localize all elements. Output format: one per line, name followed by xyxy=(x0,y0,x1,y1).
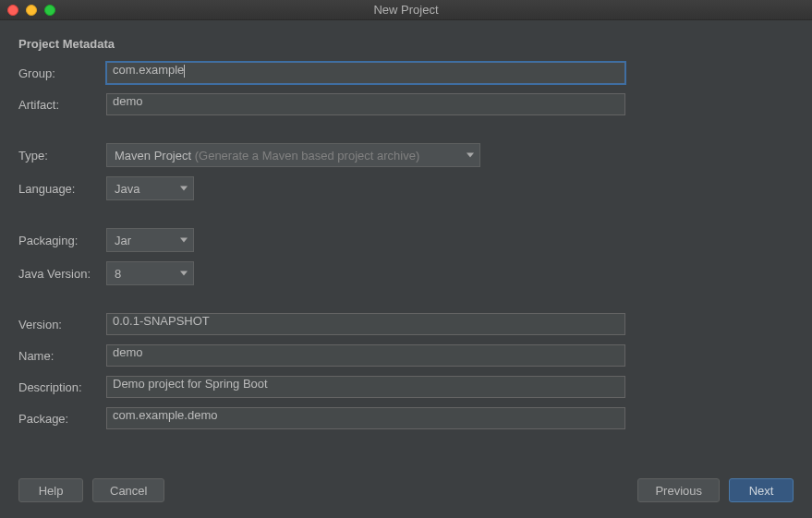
type-select[interactable]: Maven Project (Generate a Maven based pr… xyxy=(106,143,480,167)
label-version: Version: xyxy=(18,318,106,331)
form: Group: com.example Artifact: demo Type: … xyxy=(18,62,794,429)
close-icon[interactable] xyxy=(7,5,18,16)
window-controls xyxy=(7,0,55,19)
spacer xyxy=(18,210,794,219)
group-input[interactable]: com.example xyxy=(106,62,625,84)
label-packaging: Packaging: xyxy=(18,234,106,247)
label-java-version: Java Version: xyxy=(18,267,106,281)
type-select-value: Maven Project xyxy=(115,149,191,163)
footer: Help Cancel Previous Next xyxy=(0,476,812,518)
label-package: Package: xyxy=(18,412,106,426)
chevron-down-icon xyxy=(180,187,188,191)
java-version-select[interactable]: 8 xyxy=(106,261,194,285)
artifact-input[interactable]: demo xyxy=(106,93,625,115)
package-input[interactable]: com.example.demo xyxy=(106,407,625,429)
chevron-down-icon xyxy=(180,238,188,243)
previous-button[interactable]: Previous xyxy=(637,478,720,502)
section-header: Project Metadata xyxy=(18,37,794,51)
next-button[interactable]: Next xyxy=(729,478,794,502)
type-select-hint: (Generate a Maven based project archive) xyxy=(195,149,420,163)
packaging-select[interactable]: Jar xyxy=(106,228,194,252)
label-artifact: Artifact: xyxy=(18,98,106,112)
label-group: Group: xyxy=(18,66,106,80)
language-select[interactable]: Java xyxy=(106,176,194,200)
minimize-icon[interactable] xyxy=(26,5,37,16)
label-name: Name: xyxy=(18,349,106,363)
description-input-value: Demo project for Spring Boot xyxy=(113,377,268,391)
name-input[interactable]: demo xyxy=(106,344,625,367)
spacer xyxy=(18,295,794,304)
cancel-button[interactable]: Cancel xyxy=(92,478,164,502)
label-language: Language: xyxy=(18,182,106,196)
artifact-input-value: demo xyxy=(113,94,143,108)
chevron-down-icon xyxy=(180,271,188,276)
chevron-down-icon xyxy=(467,153,474,158)
maximize-icon[interactable] xyxy=(44,5,55,16)
version-input[interactable]: 0.0.1-SNAPSHOT xyxy=(106,313,625,335)
label-description: Description: xyxy=(18,380,106,394)
window-title: New Project xyxy=(0,3,812,17)
text-caret xyxy=(184,65,185,78)
name-input-value: demo xyxy=(113,345,143,359)
group-input-value: com.example xyxy=(113,63,184,77)
titlebar: New Project xyxy=(0,0,812,20)
label-type: Type: xyxy=(18,149,106,163)
version-input-value: 0.0.1-SNAPSHOT xyxy=(113,314,210,328)
spacer xyxy=(18,125,794,134)
packaging-select-value: Jar xyxy=(115,234,131,247)
package-input-value: com.example.demo xyxy=(113,408,217,422)
content-area: Project Metadata Group: com.example Arti… xyxy=(0,20,812,429)
java-version-select-value: 8 xyxy=(115,267,121,281)
language-select-value: Java xyxy=(115,182,139,196)
help-button[interactable]: Help xyxy=(18,478,83,502)
description-input[interactable]: Demo project for Spring Boot xyxy=(106,376,625,398)
